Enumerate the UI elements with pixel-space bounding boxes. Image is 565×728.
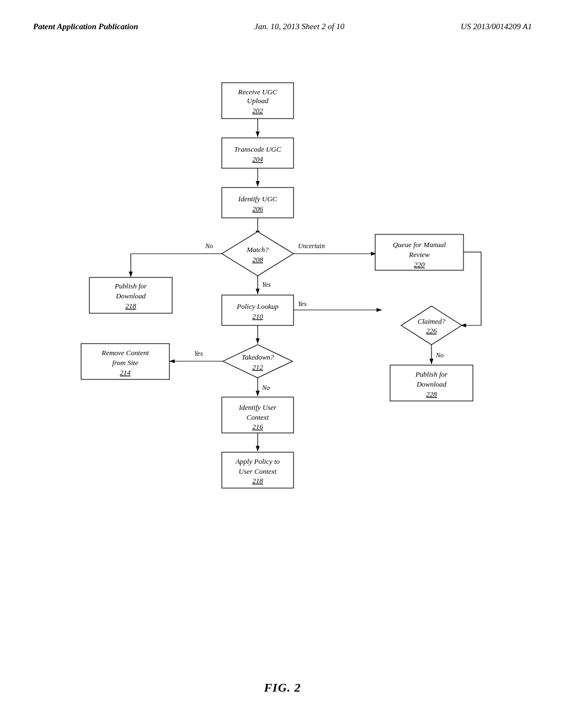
svg-text:212: 212 <box>252 363 263 371</box>
svg-text:210: 210 <box>252 312 263 320</box>
svg-text:Policy Lookup: Policy Lookup <box>236 302 279 311</box>
svg-text:Identify User: Identify User <box>238 403 277 411</box>
diagram-area: text { font-family: 'Times New Roman', s… <box>0 66 565 673</box>
svg-text:No: No <box>262 384 270 392</box>
svg-text:Takedown?: Takedown? <box>242 353 274 361</box>
svg-text:Upload: Upload <box>247 97 269 105</box>
svg-text:216: 216 <box>252 422 263 431</box>
svg-text:Download: Download <box>416 380 447 388</box>
svg-text:User Context: User Context <box>239 467 277 475</box>
svg-text:218: 218 <box>125 302 136 310</box>
svg-text:Receive UGC: Receive UGC <box>237 88 277 96</box>
svg-text:228: 228 <box>426 390 437 398</box>
svg-text:No: No <box>435 351 444 359</box>
svg-text:204: 204 <box>252 155 263 163</box>
header-center: Jan. 10, 2013 Sheet 2 of 10 <box>254 22 344 31</box>
svg-text:Publish  for: Publish for <box>415 370 448 378</box>
svg-text:Review: Review <box>408 250 430 259</box>
svg-text:Context: Context <box>247 413 269 421</box>
svg-text:Apply Policy to: Apply Policy to <box>235 457 280 465</box>
svg-text:Match?: Match? <box>246 245 269 254</box>
svg-text:214: 214 <box>120 368 131 377</box>
figure-caption: FIG. 2 <box>264 681 301 695</box>
svg-text:218: 218 <box>252 477 263 485</box>
svg-marker-50 <box>223 345 292 378</box>
svg-text:Yes: Yes <box>194 350 203 357</box>
header-left: Patent Application Publication <box>33 22 138 31</box>
svg-text:Yes: Yes <box>298 300 307 308</box>
svg-text:Transcode UGC: Transcode UGC <box>234 145 281 153</box>
svg-text:No: No <box>205 242 213 250</box>
svg-text:Identify UGC: Identify UGC <box>238 195 278 203</box>
header-right: US 2013/0014209 A1 <box>461 22 532 31</box>
svg-text:Yes: Yes <box>262 281 271 288</box>
svg-text:226: 226 <box>426 326 437 335</box>
svg-text:Claimed?: Claimed? <box>418 317 446 325</box>
svg-text:206: 206 <box>252 205 263 213</box>
svg-text:Uncertain: Uncertain <box>298 242 325 250</box>
svg-text:Queue for Manual: Queue for Manual <box>393 240 446 249</box>
svg-text:220: 220 <box>414 260 425 269</box>
svg-marker-40 <box>401 306 462 345</box>
svg-marker-14 <box>222 232 294 276</box>
svg-text:Download: Download <box>115 292 146 300</box>
page-header: Patent Application Publication Jan. 10, … <box>0 22 565 31</box>
svg-text:208: 208 <box>252 255 263 264</box>
svg-text:Publish  for: Publish for <box>114 282 147 290</box>
svg-text:202: 202 <box>252 106 263 115</box>
svg-text:from Site: from Site <box>113 358 138 367</box>
svg-text:Remove Content: Remove Content <box>101 349 149 357</box>
